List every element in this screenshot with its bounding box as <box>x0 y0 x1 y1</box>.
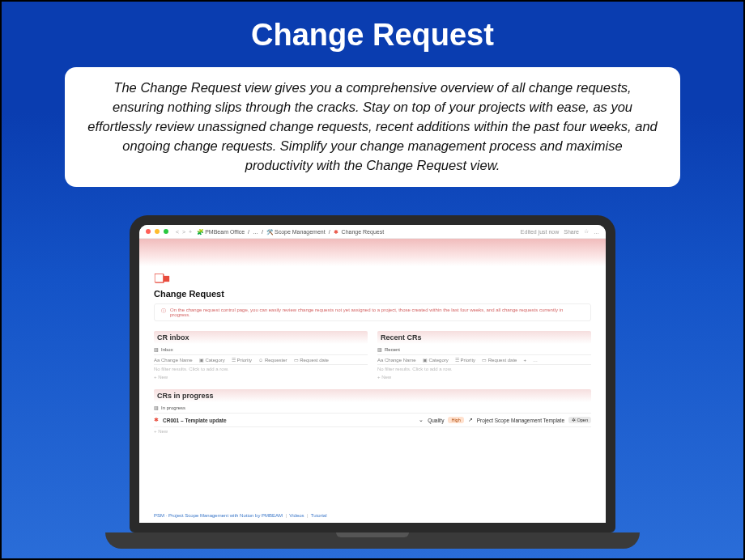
cr-inbox-view[interactable]: ▥ Inbox <box>154 344 368 355</box>
cr-row-icon: ✱ <box>154 417 159 423</box>
col-name[interactable]: Aa Change Name <box>154 358 193 363</box>
laptop-lid: < > + 🧩 PMBeam Office/ …/ 🛠️ Scope Manag… <box>130 215 615 532</box>
laptop-base <box>105 532 640 549</box>
inprogress-title: CRs in progress <box>154 389 591 402</box>
star-icon[interactable]: ☆ <box>584 228 589 235</box>
nav-controls[interactable]: < > + <box>176 229 192 235</box>
footer-main-link[interactable]: PSM · Project Scope Management with Noti… <box>154 513 283 518</box>
footer-tutorial-link[interactable]: Tutorial <box>311 513 327 518</box>
col-add[interactable]: + <box>523 358 526 363</box>
category-icon: ⌄ <box>419 417 424 423</box>
crumb-3[interactable]: Change Request <box>342 229 385 235</box>
cr-inbox-view-label: Inbox <box>161 347 173 352</box>
cr-name[interactable]: CR001 – Template update <box>163 418 227 423</box>
info-alert: ⓘ On the change request control page, yo… <box>154 303 591 321</box>
list-icon: ▥ <box>154 405 159 410</box>
share-button[interactable]: Share <box>564 229 579 235</box>
cr-inbox-card: CR inbox ▥ Inbox Aa Change Name ▣ Catego… <box>154 331 368 381</box>
recent-title: Recent CRs <box>377 331 591 344</box>
alert-text: On the change request control page, you … <box>170 308 584 317</box>
col-date[interactable]: ▭ Request date <box>294 357 329 363</box>
two-columns: CR inbox ▥ Inbox Aa Change Name ▣ Catego… <box>154 331 591 381</box>
scope-icon: 🛠️ <box>266 229 271 234</box>
table-row[interactable]: ✱ CR001 – Template update ⌄ Quality High… <box>154 414 591 427</box>
col-more[interactable]: … <box>533 358 538 363</box>
inbox-new[interactable]: + New <box>154 373 368 381</box>
col-date[interactable]: ▭ Request date <box>482 357 517 363</box>
app-screenshot: < > + 🧩 PMBeam Office/ …/ 🛠️ Scope Manag… <box>139 225 606 523</box>
page-content: ❏■ Change Request ⓘ On the change reques… <box>139 266 606 440</box>
col-requester[interactable]: ☺ Requester <box>258 358 287 363</box>
cr-project[interactable]: Project Scope Management Template <box>477 418 564 423</box>
col-priority[interactable]: ☰ Priority <box>232 357 252 363</box>
traffic-lights[interactable] <box>146 229 171 235</box>
cr-priority-chip: High <box>448 417 463 423</box>
minimize-icon[interactable] <box>155 229 160 234</box>
recent-empty[interactable]: No filter results. Click to add a row. <box>377 365 591 373</box>
cr-icon: ✱ <box>334 229 338 234</box>
col-category[interactable]: ▣ Category <box>199 357 225 363</box>
inbox-empty[interactable]: No filter results. Click to add a row. <box>154 365 368 373</box>
hero-title: Change Request <box>2 18 743 53</box>
alert-icon: ⓘ <box>161 308 166 317</box>
nav-back[interactable]: < <box>176 229 179 235</box>
cr-category: Quality <box>428 418 444 423</box>
inprogress-new[interactable]: + New <box>154 427 591 435</box>
nav-fwd[interactable]: > <box>182 229 185 235</box>
cr-inbox-columns: Aa Change Name ▣ Category ☰ Priority ☺ R… <box>154 355 368 365</box>
office-icon: 🧩 <box>197 229 202 234</box>
page-icon: ❏■ <box>154 271 591 286</box>
col-name[interactable]: Aa Change Name <box>377 358 416 363</box>
footer-videos-link[interactable]: Videos <box>289 513 304 518</box>
crumb-2[interactable]: Scope Management <box>275 229 326 235</box>
col-category[interactable]: ▣ Category <box>423 357 449 363</box>
project-icon: ↗ <box>468 417 473 423</box>
in-progress-section: CRs in progress ▥ In progress ✱ CR001 – … <box>154 389 591 435</box>
nav-new[interactable]: + <box>189 229 192 235</box>
list-icon: ▥ <box>377 346 382 352</box>
more-icon[interactable]: … <box>594 229 599 235</box>
recent-card: Recent CRs ▥ Recent Aa Change Name ▣ Cat… <box>377 331 591 381</box>
list-icon: ▥ <box>154 346 159 352</box>
recent-view[interactable]: ▥ Recent <box>377 344 591 355</box>
close-icon[interactable] <box>146 229 151 234</box>
recent-columns: Aa Change Name ▣ Category ☰ Priority ▭ R… <box>377 355 591 365</box>
page-cover <box>139 239 606 266</box>
page-title: Change Request <box>154 289 591 299</box>
edited-label: Edited just now <box>521 229 559 235</box>
inprogress-view[interactable]: ▥ In progress <box>154 402 591 414</box>
inprogress-view-label: In progress <box>161 405 185 410</box>
app-footer: PSM · Project Scope Management with Noti… <box>154 513 327 518</box>
col-priority[interactable]: ☰ Priority <box>455 357 475 363</box>
app-topbar: < > + 🧩 PMBeam Office/ …/ 🛠️ Scope Manag… <box>139 225 606 239</box>
cr-inbox-title: CR inbox <box>154 331 368 344</box>
laptop-mockup: < > + 🧩 PMBeam Office/ …/ 🛠️ Scope Manag… <box>130 215 615 549</box>
crumb-0[interactable]: PMBeam Office <box>205 229 245 235</box>
breadcrumb[interactable]: 🧩 PMBeam Office/ …/ 🛠️ Scope Management/… <box>197 229 384 235</box>
cr-status-chip: ✲ Open <box>568 417 591 423</box>
crumb-1[interactable]: … <box>253 229 258 235</box>
recent-new[interactable]: + New <box>377 373 591 381</box>
hero-description: The Change Request view gives you a comp… <box>65 67 680 187</box>
maximize-icon[interactable] <box>164 229 168 234</box>
recent-view-label: Recent <box>385 347 400 352</box>
hero-frame: Change Request The Change Request view g… <box>0 0 745 560</box>
